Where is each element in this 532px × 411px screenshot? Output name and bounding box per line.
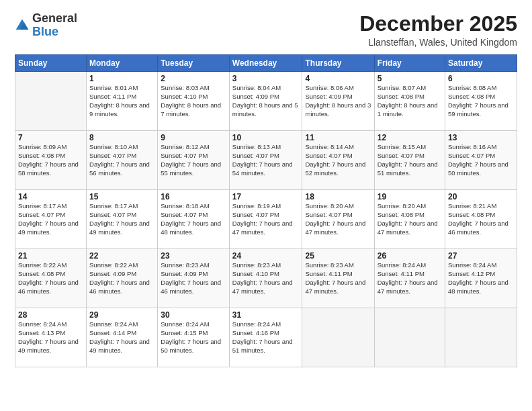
day-number: 17 — [232, 192, 300, 201]
day-cell: 27Sunrise: 8:24 AMSunset: 4:12 PMDayligh… — [445, 249, 517, 308]
day-cell: 20Sunrise: 8:21 AMSunset: 4:08 PMDayligh… — [445, 190, 517, 249]
week-row-1: 1Sunrise: 8:01 AMSunset: 4:11 PMDaylight… — [15, 72, 517, 131]
day-info: Sunrise: 8:01 AMSunset: 4:11 PMDaylight:… — [89, 84, 154, 118]
col-header-sunday: Sunday — [15, 55, 87, 72]
day-number: 21 — [18, 251, 83, 261]
day-number: 3 — [232, 74, 300, 83]
day-cell: 23Sunrise: 8:23 AMSunset: 4:09 PMDayligh… — [158, 249, 230, 308]
day-number: 27 — [448, 251, 514, 261]
day-info: Sunrise: 8:24 AMSunset: 4:16 PMDaylight:… — [232, 320, 300, 355]
day-cell: 15Sunrise: 8:17 AMSunset: 4:07 PMDayligh… — [87, 190, 158, 249]
day-number: 5 — [378, 74, 442, 83]
day-info: Sunrise: 8:04 AMSunset: 4:09 PMDaylight:… — [232, 84, 300, 118]
logo-blue: Blue — [32, 25, 58, 38]
day-number: 9 — [161, 133, 226, 142]
day-cell: 28Sunrise: 8:24 AMSunset: 4:13 PMDayligh… — [15, 308, 87, 367]
day-info: Sunrise: 8:24 AMSunset: 4:15 PMDaylight:… — [161, 320, 226, 355]
day-info: Sunrise: 8:22 AMSunset: 4:09 PMDaylight:… — [89, 261, 154, 295]
day-info: Sunrise: 8:24 AMSunset: 4:12 PMDaylight:… — [448, 261, 514, 295]
day-cell: 5Sunrise: 8:07 AMSunset: 4:08 PMDaylight… — [374, 72, 445, 131]
location: Llansteffan, Wales, United Kingdom — [359, 37, 517, 48]
day-number: 10 — [232, 133, 300, 142]
day-cell: 3Sunrise: 8:04 AMSunset: 4:09 PMDaylight… — [229, 72, 302, 131]
day-info: Sunrise: 8:24 AMSunset: 4:14 PMDaylight:… — [89, 320, 154, 355]
day-cell: 8Sunrise: 8:10 AMSunset: 4:07 PMDaylight… — [87, 131, 158, 190]
day-number: 30 — [161, 310, 226, 320]
day-number: 28 — [18, 310, 83, 320]
col-header-monday: Monday — [87, 55, 158, 72]
day-info: Sunrise: 8:03 AMSunset: 4:10 PMDaylight:… — [161, 84, 226, 118]
logo: General Blue — [15, 12, 77, 39]
col-header-tuesday: Tuesday — [158, 55, 230, 72]
day-info: Sunrise: 8:23 AMSunset: 4:10 PMDaylight:… — [232, 261, 300, 295]
day-cell: 13Sunrise: 8:16 AMSunset: 4:07 PMDayligh… — [445, 131, 517, 190]
page: General Blue December 2025 Llansteffan, … — [0, 0, 532, 411]
day-number: 15 — [89, 192, 154, 201]
logo-icon — [15, 18, 30, 33]
day-cell: 1Sunrise: 8:01 AMSunset: 4:11 PMDaylight… — [87, 72, 158, 131]
day-number: 12 — [378, 133, 442, 142]
day-cell: 6Sunrise: 8:08 AMSunset: 4:08 PMDaylight… — [445, 72, 517, 131]
day-info: Sunrise: 8:18 AMSunset: 4:07 PMDaylight:… — [161, 202, 226, 236]
day-info: Sunrise: 8:20 AMSunset: 4:07 PMDaylight:… — [305, 202, 371, 236]
day-cell — [374, 308, 445, 367]
day-number: 1 — [89, 74, 154, 83]
day-cell: 24Sunrise: 8:23 AMSunset: 4:10 PMDayligh… — [229, 249, 302, 308]
day-cell: 26Sunrise: 8:24 AMSunset: 4:11 PMDayligh… — [374, 249, 445, 308]
day-number: 22 — [89, 251, 154, 261]
day-number: 2 — [161, 74, 226, 83]
day-cell: 19Sunrise: 8:20 AMSunset: 4:08 PMDayligh… — [374, 190, 445, 249]
day-info: Sunrise: 8:12 AMSunset: 4:07 PMDaylight:… — [161, 143, 226, 177]
day-cell: 29Sunrise: 8:24 AMSunset: 4:14 PMDayligh… — [87, 308, 158, 367]
day-info: Sunrise: 8:08 AMSunset: 4:08 PMDaylight:… — [448, 84, 514, 118]
day-cell: 14Sunrise: 8:17 AMSunset: 4:07 PMDayligh… — [15, 190, 87, 249]
day-cell: 9Sunrise: 8:12 AMSunset: 4:07 PMDaylight… — [158, 131, 230, 190]
day-info: Sunrise: 8:15 AMSunset: 4:07 PMDaylight:… — [378, 143, 442, 177]
day-info: Sunrise: 8:17 AMSunset: 4:07 PMDaylight:… — [18, 202, 83, 236]
day-number: 20 — [448, 192, 514, 201]
day-info: Sunrise: 8:10 AMSunset: 4:07 PMDaylight:… — [89, 143, 154, 177]
day-info: Sunrise: 8:19 AMSunset: 4:07 PMDaylight:… — [232, 202, 300, 236]
day-number: 4 — [305, 74, 371, 83]
day-cell: 18Sunrise: 8:20 AMSunset: 4:07 PMDayligh… — [302, 190, 374, 249]
day-number: 13 — [448, 133, 514, 142]
day-cell: 21Sunrise: 8:22 AMSunset: 4:08 PMDayligh… — [15, 249, 87, 308]
day-info: Sunrise: 8:23 AMSunset: 4:11 PMDaylight:… — [305, 261, 371, 295]
day-number: 18 — [305, 192, 371, 201]
day-cell: 10Sunrise: 8:13 AMSunset: 4:07 PMDayligh… — [229, 131, 302, 190]
header: General Blue December 2025 Llansteffan, … — [15, 12, 517, 48]
day-number: 29 — [89, 310, 154, 320]
col-header-saturday: Saturday — [445, 55, 517, 72]
day-info: Sunrise: 8:24 AMSunset: 4:11 PMDaylight:… — [378, 261, 442, 295]
day-info: Sunrise: 8:23 AMSunset: 4:09 PMDaylight:… — [161, 261, 226, 295]
day-number: 7 — [18, 133, 83, 142]
day-info: Sunrise: 8:16 AMSunset: 4:07 PMDaylight:… — [448, 143, 514, 177]
day-number: 31 — [232, 310, 300, 320]
day-info: Sunrise: 8:17 AMSunset: 4:07 PMDaylight:… — [89, 202, 154, 236]
month-title: December 2025 — [359, 12, 517, 36]
day-cell — [302, 308, 374, 367]
logo-text: General Blue — [32, 12, 77, 39]
day-number: 26 — [378, 251, 442, 261]
day-number: 23 — [161, 251, 226, 261]
day-number: 14 — [18, 192, 83, 201]
day-cell: 2Sunrise: 8:03 AMSunset: 4:10 PMDaylight… — [158, 72, 230, 131]
col-header-thursday: Thursday — [302, 55, 374, 72]
day-cell: 11Sunrise: 8:14 AMSunset: 4:07 PMDayligh… — [302, 131, 374, 190]
calendar: SundayMondayTuesdayWednesdayThursdayFrid… — [15, 54, 517, 367]
day-number: 25 — [305, 251, 371, 261]
title-block: December 2025 Llansteffan, Wales, United… — [359, 12, 517, 48]
week-row-3: 14Sunrise: 8:17 AMSunset: 4:07 PMDayligh… — [15, 190, 517, 249]
logo-general: General — [32, 11, 77, 25]
day-info: Sunrise: 8:24 AMSunset: 4:13 PMDaylight:… — [18, 320, 83, 355]
day-cell: 7Sunrise: 8:09 AMSunset: 4:08 PMDaylight… — [15, 131, 87, 190]
day-number: 16 — [161, 192, 226, 201]
day-cell: 12Sunrise: 8:15 AMSunset: 4:07 PMDayligh… — [374, 131, 445, 190]
day-cell: 30Sunrise: 8:24 AMSunset: 4:15 PMDayligh… — [158, 308, 230, 367]
day-info: Sunrise: 8:13 AMSunset: 4:07 PMDaylight:… — [232, 143, 300, 177]
day-cell — [15, 72, 87, 131]
day-number: 8 — [89, 133, 154, 142]
week-row-4: 21Sunrise: 8:22 AMSunset: 4:08 PMDayligh… — [15, 249, 517, 308]
day-info: Sunrise: 8:21 AMSunset: 4:08 PMDaylight:… — [448, 202, 514, 236]
week-row-2: 7Sunrise: 8:09 AMSunset: 4:08 PMDaylight… — [15, 131, 517, 190]
